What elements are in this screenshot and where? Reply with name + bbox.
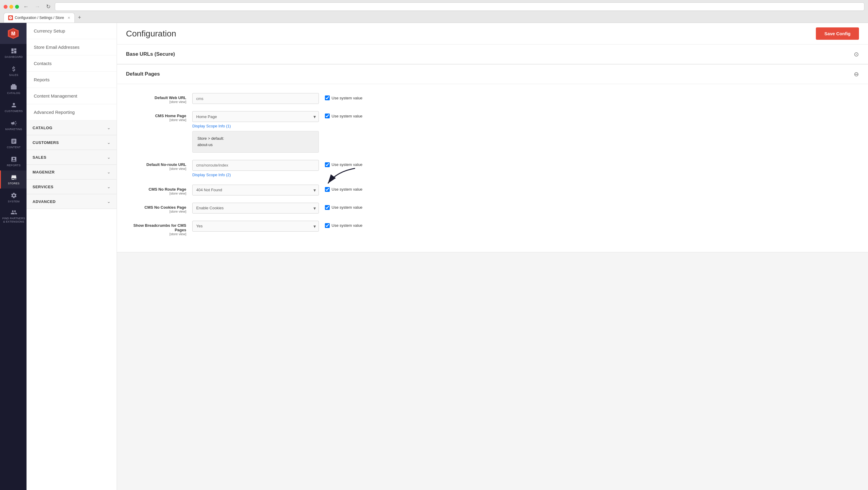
section-services[interactable]: SERVICES ⌄ <box>27 179 117 194</box>
no-route-url-input[interactable] <box>192 160 319 171</box>
section-title: Base URLs (Secure) <box>126 51 175 57</box>
expand-icon: ⊖ <box>854 70 859 78</box>
config-row-cms-no-route-page: CMS No Route Page [store view] 404 Not F… <box>126 185 859 195</box>
cms-no-cookies-page-select[interactable]: Enable Cookies <box>192 203 319 214</box>
svg-text:M: M <box>11 31 15 36</box>
base-urls-secure-section: Base URLs (Secure) ⊙ <box>117 44 868 64</box>
middle-item-content-management[interactable]: Content Management <box>27 88 117 104</box>
use-system-value-checkbox-1[interactable] <box>325 113 330 118</box>
field-default-web-url <box>192 93 319 104</box>
active-tab[interactable]: Configuration / Settings / Store ✕ <box>4 13 75 23</box>
sidebar-item-stores[interactable]: STORES <box>0 170 27 189</box>
default-pages-section: Default Pages ⊖ Default Web URL [store v… <box>117 64 868 252</box>
minimize-window-button[interactable] <box>9 5 13 9</box>
sidebar-item-reports[interactable]: REPORTS <box>0 153 27 170</box>
sales-icon <box>10 66 17 72</box>
field-cms-home-page: Home Page Display Scope Info (1) Store >… <box>192 111 319 153</box>
use-system-value-label-1: Use system value <box>332 114 363 118</box>
field-cms-no-route-page: 404 Not Found <box>192 185 319 195</box>
system-icon <box>10 192 17 199</box>
section-magenizr[interactable]: MAGENIZR ⌄ <box>27 165 117 179</box>
use-system-value-group-0: Use system value <box>325 93 363 100</box>
sidebar-item-label: CUSTOMERS <box>4 110 23 112</box>
use-system-value-label-4: Use system value <box>332 205 363 209</box>
partners-icon <box>10 209 17 216</box>
field-label-cms-home-page: CMS Home Page [store view] <box>126 111 186 122</box>
sidebar-item-label: REPORTS <box>7 164 21 167</box>
sidebar-item-label: DASHBOARD <box>5 56 23 58</box>
display-scope-info-1-link[interactable]: Display Scope Info (1) <box>192 124 231 128</box>
config-row-show-breadcrumbs: Show Breadcrumbs for CMS Pages [store vi… <box>126 221 859 236</box>
tab-close-button[interactable]: ✕ <box>67 16 70 20</box>
cms-no-cookies-page-select-wrapper: Enable Cookies <box>192 203 319 214</box>
maximize-window-button[interactable] <box>15 5 19 9</box>
field-label-show-breadcrumbs: Show Breadcrumbs for CMS Pages [store vi… <box>126 221 186 236</box>
default-web-url-input[interactable] <box>192 93 319 104</box>
chevron-down-icon: ⌄ <box>107 199 111 204</box>
field-cms-no-cookies-page: Enable Cookies <box>192 203 319 214</box>
sidebar-item-dashboard[interactable]: DASHBOARD <box>0 44 27 62</box>
sidebar-item-customers[interactable]: CUSTOMERS <box>0 98 27 116</box>
content-area: Base URLs (Secure) ⊙ Default Pages ⊖ Def… <box>117 44 868 490</box>
section-sales[interactable]: SALES ⌄ <box>27 150 117 165</box>
address-bar[interactable] <box>55 2 864 11</box>
close-window-button[interactable] <box>4 5 7 9</box>
marketing-icon <box>10 120 17 127</box>
scope-info-value: about-us <box>197 142 314 148</box>
show-breadcrumbs-select[interactable]: Yes No <box>192 221 319 232</box>
browser-chrome: ← → ↻ Configuration / Settings / Store ✕… <box>0 0 868 23</box>
cms-home-page-select[interactable]: Home Page <box>192 111 319 122</box>
middle-item-reports[interactable]: Reports <box>27 72 117 88</box>
new-tab-button[interactable]: + <box>75 13 84 23</box>
arrow-svg <box>322 165 358 190</box>
sidebar-logo: M <box>0 23 27 44</box>
section-advanced[interactable]: ADVANCED ⌄ <box>27 194 117 209</box>
sidebar-item-find-partners[interactable]: FIND PARTNERS & EXTENSIONS <box>0 206 27 226</box>
sidebar-item-content[interactable]: CONTENT <box>0 134 27 153</box>
use-system-value-label-0: Use system value <box>332 96 363 100</box>
chevron-down-icon: ⌄ <box>107 184 111 189</box>
middle-item-store-email[interactable]: Store Email Addresses <box>27 39 117 56</box>
magento-logo-icon: M <box>7 27 19 39</box>
default-pages-header[interactable]: Default Pages ⊖ <box>117 64 868 84</box>
display-scope-info-2-link[interactable]: Display Scope Info (2) <box>192 172 231 177</box>
chevron-down-icon: ⌄ <box>107 140 111 145</box>
chevron-down-icon: ⌄ <box>107 125 111 130</box>
scope-info-box-1: Store > default: about-us <box>192 131 319 153</box>
config-row-default-web-url: Default Web URL [store view] Use system … <box>126 93 859 104</box>
use-system-value-group-4: Use system value <box>325 203 363 210</box>
base-urls-secure-header[interactable]: Base URLs (Secure) ⊙ <box>117 44 868 64</box>
use-system-value-checkbox-5[interactable] <box>325 223 330 228</box>
middle-item-advanced-reporting[interactable]: Advanced Reporting <box>27 104 117 121</box>
sidebar: M DASHBOARD SALES CATALOG CUSTOMERS MARK… <box>0 23 27 490</box>
config-row-cms-no-cookies-page: CMS No Cookies Page [store view] Enable … <box>126 203 859 214</box>
forward-button[interactable]: → <box>33 3 42 10</box>
cms-home-page-select-wrapper: Home Page <box>192 111 319 122</box>
section-catalog[interactable]: CATALOG ⌄ <box>27 121 117 135</box>
use-system-value-group-5: Use system value <box>325 221 363 228</box>
sidebar-item-catalog[interactable]: CATALOG <box>0 80 27 98</box>
cms-no-route-page-select[interactable]: 404 Not Found <box>192 185 319 195</box>
config-row-no-route-url: Default No-route URL [store view] Displa… <box>126 160 859 177</box>
sidebar-item-marketing[interactable]: MARKETING <box>0 116 27 134</box>
middle-item-contacts[interactable]: Contacts <box>27 56 117 72</box>
chevron-down-icon: ⌄ <box>107 169 111 174</box>
use-system-value-group-1: Use system value <box>325 111 363 118</box>
sidebar-item-sales[interactable]: SALES <box>0 62 27 80</box>
middle-item-currency-setup[interactable]: Currency Setup <box>27 23 117 39</box>
tab-title: Configuration / Settings / Store <box>15 16 64 20</box>
catalog-icon <box>10 84 17 90</box>
reload-button[interactable]: ↻ <box>44 3 53 10</box>
section-customers[interactable]: CUSTOMERS ⌄ <box>27 135 117 150</box>
use-system-value-checkbox-4[interactable] <box>325 205 330 210</box>
main-header: Configuration Save Config <box>117 23 868 44</box>
use-system-value-checkbox-0[interactable] <box>325 95 330 100</box>
back-button[interactable]: ← <box>22 3 30 10</box>
app-layout: M DASHBOARD SALES CATALOG CUSTOMERS MARK… <box>0 23 868 490</box>
sidebar-item-label: MARKETING <box>5 128 22 131</box>
main-content: Configuration Save Config Base URLs (Sec… <box>117 23 868 490</box>
sidebar-item-system[interactable]: SYSTEM <box>0 189 27 206</box>
save-config-button[interactable]: Save Config <box>816 27 859 40</box>
section-title: Default Pages <box>126 71 160 77</box>
sidebar-item-label: STORES <box>8 182 20 185</box>
